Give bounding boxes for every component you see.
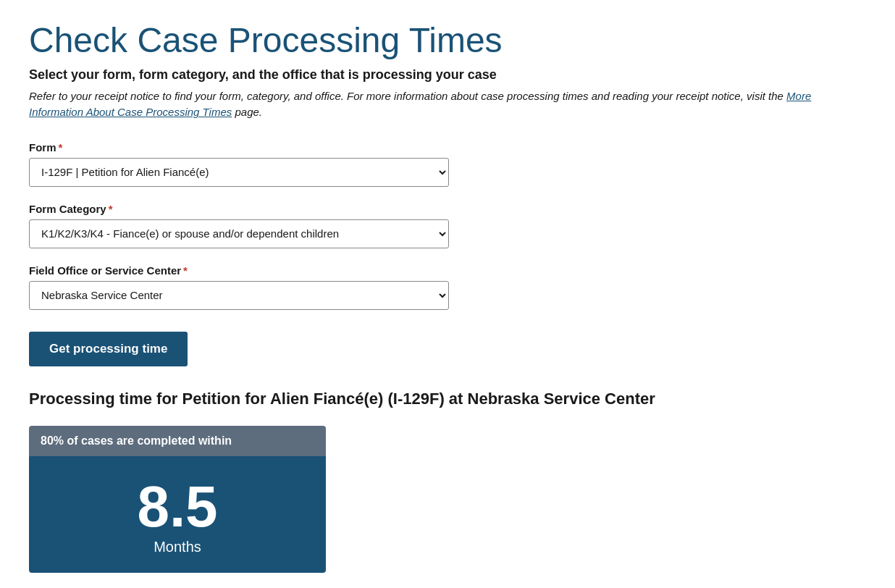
form-required-star: * <box>59 141 63 154</box>
processing-unit: Months <box>43 539 311 555</box>
processing-card: 80% of cases are completed within 8.5 Mo… <box>29 426 326 573</box>
form-group-office: Field Office or Service Center* Nebraska… <box>29 264 866 310</box>
results-title: Processing time for Petition for Alien F… <box>29 390 866 408</box>
office-required-star: * <box>183 264 188 277</box>
processing-card-header: 80% of cases are completed within <box>29 426 326 456</box>
form-category-select[interactable]: K1/K2/K3/K4 - Fiance(e) or spouse and/or… <box>29 219 449 248</box>
category-required-star: * <box>109 203 113 215</box>
page-description: Refer to your receipt notice to find you… <box>29 88 866 121</box>
form-select[interactable]: I-129F | Petition for Alien Fiancé(e) <box>29 158 449 187</box>
form-category-label: Form Category* <box>29 203 866 215</box>
form-label: Form* <box>29 141 866 154</box>
office-label: Field Office or Service Center* <box>29 264 866 277</box>
office-select[interactable]: Nebraska Service Center <box>29 281 449 310</box>
description-text: Refer to your receipt notice to find you… <box>29 90 786 102</box>
get-processing-time-button[interactable]: Get processing time <box>29 332 188 366</box>
page-subtitle: Select your form, form category, and the… <box>29 67 866 83</box>
processing-number: 8.5 <box>43 478 311 536</box>
page-title: Check Case Processing Times <box>29 22 866 60</box>
description-end: page. <box>235 106 262 118</box>
processing-card-body: 8.5 Months <box>29 456 326 573</box>
form-group-form: Form* I-129F | Petition for Alien Fiancé… <box>29 141 866 187</box>
form-group-category: Form Category* K1/K2/K3/K4 - Fiance(e) o… <box>29 203 866 248</box>
